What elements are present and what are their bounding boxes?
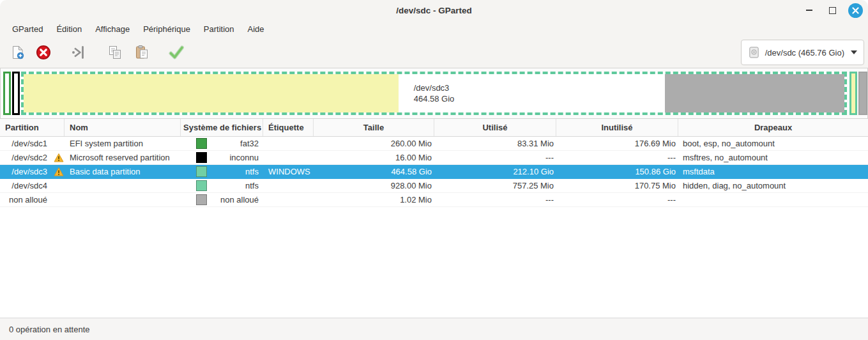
- cell-name: EFI system partition: [65, 137, 181, 150]
- minimize-icon: [806, 10, 812, 11]
- column-header-etiquette[interactable]: Étiquette: [263, 119, 314, 136]
- table-empty-area: [0, 207, 868, 318]
- device-selector-value: /dev/sdc (465.76 Gio): [765, 48, 844, 58]
- cell-unused: 176.69 Mio: [556, 137, 678, 150]
- cell-size: 1.02 Mio: [314, 193, 434, 206]
- table-row-sdc1[interactable]: /dev/sdc1 EFI system partition fat32 260…: [0, 137, 868, 151]
- window-title: /dev/sdc - GParted: [396, 6, 472, 15]
- warning-icon: [54, 153, 64, 163]
- cell-flags: hidden, diag, no_automount: [678, 179, 868, 192]
- menu-item-affichage[interactable]: Affichage: [89, 22, 135, 36]
- menubar: GParted Édition Affichage Périphérique P…: [0, 20, 868, 37]
- titlebar: /dev/sdc - GParted: [0, 0, 868, 20]
- cell-flags: [678, 193, 868, 206]
- selected-partition-label: /dev/sdc3 464.58 Gio: [414, 82, 455, 104]
- toolbar: /dev/sdc (465.76 Gio): [0, 37, 868, 68]
- cell-name: Microsoft reserved partition: [65, 151, 181, 164]
- minimize-button[interactable]: [802, 3, 816, 17]
- column-header-inutilise[interactable]: Inutilisé: [556, 119, 678, 136]
- cell-filesystem: fat32: [181, 137, 263, 150]
- new-partition-button[interactable]: [5, 40, 31, 65]
- fs-color-swatch-unallocated: [196, 194, 207, 205]
- menu-item-aide[interactable]: Aide: [242, 22, 270, 36]
- close-icon: [852, 7, 859, 14]
- fs-color-swatch-unknown: [196, 152, 207, 163]
- column-header-utilise[interactable]: Utilisé: [434, 119, 556, 136]
- maximize-button[interactable]: [825, 3, 839, 17]
- cell-name: [65, 179, 181, 192]
- cell-used: 757.25 Mio: [434, 179, 556, 192]
- menu-item-partition[interactable]: Partition: [198, 22, 240, 36]
- disk-segment-sdc1[interactable]: [3, 72, 11, 115]
- cell-used: ---: [434, 151, 556, 164]
- apply-button[interactable]: [164, 40, 189, 65]
- cell-label: [263, 193, 314, 206]
- warning-icon: [54, 167, 64, 177]
- table-header-row: Partition Nom Système de fichiers Étique…: [0, 119, 868, 137]
- cell-filesystem: ntfs: [181, 165, 263, 178]
- table-row-sdc2[interactable]: /dev/sdc2 Microsoft reserved partition i…: [0, 151, 868, 165]
- cell-label: WINDOWS: [263, 165, 314, 178]
- cell-name: [65, 193, 181, 206]
- cell-unused: ---: [556, 193, 678, 206]
- column-header-systeme-de-fichiers[interactable]: Système de fichiers: [181, 119, 263, 136]
- fs-color-swatch-fat32: [196, 138, 207, 149]
- column-header-partition[interactable]: Partition: [0, 119, 65, 136]
- cell-label: [263, 179, 314, 192]
- statusbar: 0 opération en attente: [0, 318, 868, 340]
- cell-unused: 170.75 Mio: [556, 179, 678, 192]
- delete-partition-icon: [36, 45, 51, 60]
- copy-button[interactable]: [102, 40, 128, 65]
- window-controls: [802, 0, 863, 20]
- cell-partition: /dev/sdc1: [0, 137, 65, 150]
- cell-partition: /dev/sdc4: [0, 179, 65, 192]
- menu-item-edition[interactable]: Édition: [50, 22, 88, 36]
- cell-flags: msftdata: [678, 165, 868, 178]
- chevron-down-icon: [851, 50, 857, 54]
- selected-partition-device: /dev/sdc3: [414, 82, 455, 93]
- cell-used: ---: [434, 193, 556, 206]
- cell-used: 83.31 Mio: [434, 137, 556, 150]
- cell-filesystem: ntfs: [181, 179, 263, 192]
- hard-disk-icon: [748, 46, 760, 59]
- maximize-icon: [829, 7, 836, 14]
- disk-segment-unallocated[interactable]: [858, 72, 867, 115]
- paste-button[interactable]: [129, 40, 155, 65]
- table-row-sdc4[interactable]: /dev/sdc4 ntfs 928.00 Mio 757.25 Mio 170…: [0, 179, 868, 193]
- close-button[interactable]: [848, 3, 863, 18]
- partition-table: Partition Nom Système de fichiers Étique…: [0, 119, 868, 318]
- disk-visual-frame: /dev/sdc3 464.58 Gio: [0, 68, 868, 119]
- cell-unused: 150.86 Gio: [556, 165, 678, 178]
- table-row-sdc3-selected[interactable]: /dev/sdc3 Basic data partition ntfs WIND…: [0, 165, 868, 179]
- disk-segment-sdc4[interactable]: [849, 72, 857, 115]
- menu-item-peripherique[interactable]: Périphérique: [137, 22, 196, 36]
- column-header-taille[interactable]: Taille: [314, 119, 434, 136]
- disk-segment-sdc3-selected[interactable]: /dev/sdc3 464.58 Gio: [21, 72, 847, 115]
- cell-size: 260.00 Mio: [314, 137, 434, 150]
- resize-move-button[interactable]: [65, 40, 91, 65]
- device-selector[interactable]: /dev/sdc (465.76 Gio): [741, 40, 864, 65]
- cell-size: 464.58 Gio: [314, 165, 434, 178]
- cell-flags: msftres, no_automount: [678, 151, 868, 164]
- table-row-unallocated[interactable]: non alloué non alloué 1.02 Mio --- ---: [0, 193, 868, 207]
- cell-label: [263, 151, 314, 164]
- cell-partition: non alloué: [0, 193, 65, 206]
- cell-unused: ---: [556, 151, 678, 164]
- cell-used: 212.10 Gio: [434, 165, 556, 178]
- copy-icon: [107, 45, 123, 60]
- column-header-drapeaux[interactable]: Drapeaux: [678, 119, 868, 136]
- delete-partition-button[interactable]: [31, 40, 56, 65]
- resize-move-icon: [70, 45, 86, 60]
- fs-color-swatch-ntfs: [196, 180, 207, 191]
- paste-icon: [134, 45, 149, 60]
- new-partition-icon: [10, 45, 26, 60]
- unallocated-space-fill: [665, 74, 844, 112]
- apply-checkmark-icon: [168, 45, 185, 60]
- menu-item-gparted[interactable]: GParted: [6, 22, 49, 36]
- column-header-nom[interactable]: Nom: [65, 119, 181, 136]
- status-text: 0 opération en attente: [9, 325, 90, 334]
- disk-segment-sdc2[interactable]: [12, 72, 20, 115]
- gparted-window: /dev/sdc - GParted GParted Édition Affic…: [0, 0, 868, 340]
- cell-size: 16.00 Mio: [314, 151, 434, 164]
- cell-filesystem: inconnu: [181, 151, 263, 164]
